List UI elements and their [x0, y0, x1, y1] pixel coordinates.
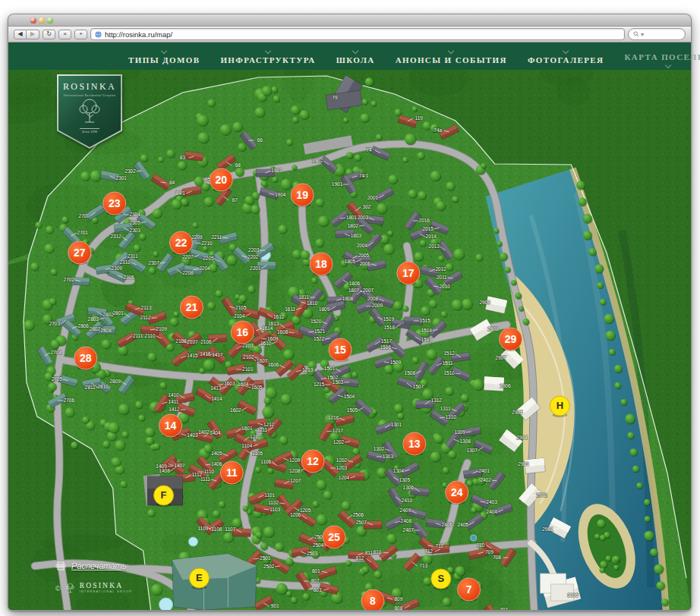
- map-marker-19[interactable]: 19: [291, 184, 314, 207]
- add-bookmark-button[interactable]: +: [74, 30, 87, 39]
- map-marker-20[interactable]: 20: [210, 168, 232, 192]
- back-button[interactable]: ◀: [14, 30, 27, 39]
- house-label: 2205: [203, 256, 214, 261]
- house-label: 84/1: [175, 190, 185, 196]
- house-label: 2410: [402, 498, 413, 503]
- house-label: 1408: [159, 468, 170, 473]
- map-marker-E[interactable]: E: [189, 568, 209, 589]
- close-window-button[interactable]: [30, 17, 36, 24]
- chevron-down-icon: [161, 47, 167, 53]
- house-label: 2809: [109, 379, 121, 384]
- house-label: 1520: [311, 319, 322, 324]
- nav-item-6[interactable]: КАРТА ПОСЕЛКА: [624, 46, 700, 68]
- house-label: 810: [374, 549, 382, 555]
- house-label: 2005: [358, 253, 370, 258]
- house-label: 1802: [348, 223, 359, 228]
- screenshot-stage: ◀ ▶ ↻ × + http://rosinka.ru/map/ ▾: [0, 0, 700, 616]
- house-label: 1208: [289, 468, 301, 473]
- house-label: 1303: [383, 454, 394, 459]
- map-marker-25[interactable]: 25: [323, 526, 345, 549]
- map-marker-23[interactable]: 23: [103, 192, 126, 215]
- house-label: 1606: [268, 362, 279, 367]
- map-marker-14[interactable]: 14: [159, 414, 182, 438]
- map-marker-17[interactable]: 17: [397, 262, 420, 285]
- house-label: 1605: [251, 385, 263, 390]
- map-marker-29[interactable]: 29: [500, 328, 522, 351]
- zoom-window-button[interactable]: [47, 17, 53, 24]
- map-canvas[interactable]: 7911974a66836819021903958484/1677474/119…: [8, 70, 691, 610]
- house-label: 2704: [51, 350, 62, 355]
- map-marker-24[interactable]: 24: [446, 481, 468, 504]
- house-label: 2408: [401, 518, 412, 523]
- map-marker-12[interactable]: 12: [301, 450, 324, 473]
- house-label: 3006: [567, 592, 579, 598]
- house-label: 2107: [187, 339, 198, 344]
- print-link[interactable]: Распечатать: [55, 561, 126, 570]
- house-label: 2806: [78, 323, 90, 328]
- house-label: 2803: [88, 316, 99, 322]
- print-link-label[interactable]: Распечатать: [71, 561, 126, 570]
- map-marker-H[interactable]: H: [550, 396, 569, 417]
- map-marker-8[interactable]: 8: [361, 589, 384, 610]
- nav-item-1[interactable]: ТИПЫ ДОМОВ: [128, 49, 200, 64]
- browser-titlebar[interactable]: [8, 14, 692, 27]
- url-text[interactable]: http://rosinka.ru/map/: [105, 30, 172, 39]
- house-label: 2310: [119, 259, 131, 265]
- nav-item-5[interactable]: ФОТОГАЛЕРЕЯ: [528, 49, 604, 64]
- house-label: 1403: [187, 432, 198, 438]
- house-label: 2113: [141, 305, 152, 310]
- site-navigation: ТИПЫ ДОМОВИНФРАСТРУКТУРАШКОЛААНОНСЫ И СО…: [8, 42, 692, 70]
- address-bar[interactable]: http://rosinka.ru/map/: [90, 28, 625, 40]
- house-label: 710: [476, 542, 484, 548]
- nav-item-label: КАРТА ПОСЕЛКА: [624, 52, 700, 61]
- search-field[interactable]: ▾: [628, 28, 686, 40]
- nav-item-2[interactable]: ИНФРАСТРУКТУРА: [220, 49, 315, 64]
- marker-letter: E: [196, 572, 203, 583]
- house-label: 2702: [64, 277, 75, 282]
- house-label: 2201: [250, 266, 261, 271]
- map-marker-11[interactable]: 11: [220, 461, 243, 485]
- house-label: 2008: [367, 296, 379, 301]
- map-marker-7[interactable]: 7: [458, 578, 481, 602]
- house-label: 2110: [145, 333, 156, 338]
- logo-tree-icon: [77, 97, 102, 126]
- house-label: 1805: [345, 259, 356, 264]
- nav-item-label: ФОТОГАЛЕРЕЯ: [528, 55, 604, 64]
- marker-number: 8: [370, 595, 376, 607]
- stop-button[interactable]: ×: [58, 30, 71, 39]
- map-marker-18[interactable]: 18: [310, 253, 333, 276]
- house-label: 1102: [268, 500, 279, 505]
- browser-window: ◀ ▶ ↻ × + http://rosinka.ru/map/ ▾: [8, 14, 692, 611]
- house-label: 66: [257, 137, 263, 143]
- house-label: 1513: [421, 337, 433, 342]
- house-label: 2109: [156, 326, 167, 332]
- nav-item-4[interactable]: АНОНСЫ И СОБЫТИЯ: [396, 49, 507, 64]
- house-label: 2705: [52, 376, 63, 382]
- nav-item-3[interactable]: ШКОЛА: [336, 49, 375, 64]
- map-marker-16[interactable]: 16: [231, 321, 254, 344]
- chevron-down-icon: [352, 47, 358, 53]
- map-marker-F[interactable]: F: [154, 486, 174, 507]
- house-label: 2406: [442, 522, 453, 527]
- house-label: 2904: [516, 435, 528, 440]
- village-map[interactable]: 7911974a66836819021903958484/1677474/119…: [8, 70, 692, 611]
- house-label: 2016: [419, 218, 430, 223]
- map-marker-13[interactable]: 13: [403, 432, 426, 456]
- house-label: 1309: [454, 429, 465, 435]
- map-marker-S[interactable]: S: [431, 569, 451, 590]
- minimize-window-button[interactable]: [39, 17, 45, 24]
- house-label: 802: [311, 578, 320, 583]
- map-marker-21[interactable]: 21: [180, 296, 203, 319]
- forward-button[interactable]: ▶: [27, 30, 39, 39]
- reload-button[interactable]: ↻: [43, 30, 55, 39]
- map-marker-15[interactable]: 15: [329, 338, 352, 362]
- house-label: 1209: [289, 457, 301, 463]
- search-options-chevron[interactable]: ▾: [641, 31, 644, 38]
- nav-item-label: ТИПЫ ДОМОВ: [128, 55, 200, 64]
- house-label: 2503: [307, 551, 318, 556]
- house-label: 1415: [187, 353, 198, 358]
- map-marker-22[interactable]: 22: [170, 231, 193, 255]
- map-marker-28[interactable]: 28: [74, 347, 97, 370]
- house-label: 1305: [399, 477, 411, 482]
- map-marker-27[interactable]: 27: [68, 241, 91, 265]
